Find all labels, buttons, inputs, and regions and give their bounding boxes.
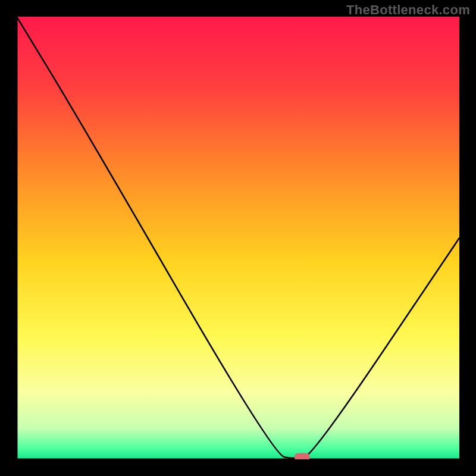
optimal-marker	[295, 453, 310, 459]
gradient-background	[17, 17, 459, 459]
chart-frame: TheBottleneck.com	[0, 0, 476, 476]
watermark-text: TheBottleneck.com	[346, 2, 470, 18]
bottleneck-chart	[17, 17, 459, 459]
